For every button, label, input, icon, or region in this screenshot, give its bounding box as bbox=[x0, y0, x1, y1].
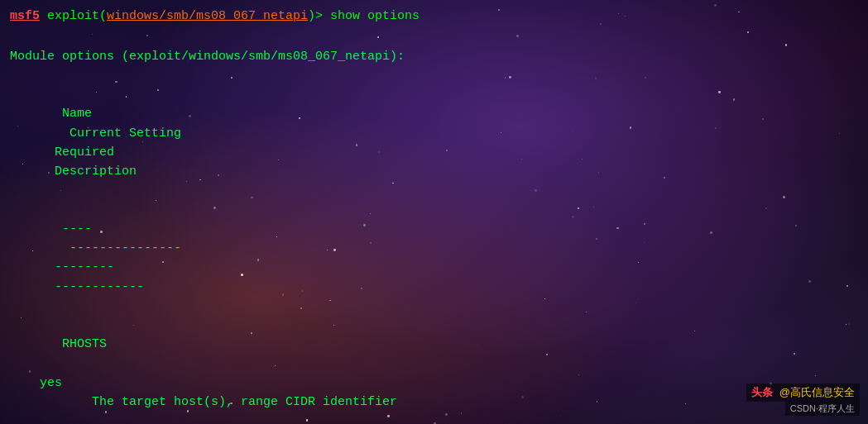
rhosts-setting bbox=[40, 357, 204, 371]
watermark-handle: @高氏信息安全 bbox=[779, 386, 855, 398]
watermark-source: CSDN·程序人生 bbox=[785, 402, 860, 416]
spacer-1 bbox=[10, 27, 858, 46]
prompt-line: msf5 exploit( windows/smb/ms08_067_netap… bbox=[10, 7, 858, 26]
col-description-header: Description bbox=[40, 164, 137, 179]
exploit-keyword: exploit( bbox=[40, 7, 107, 26]
col-name-header: Name bbox=[40, 107, 92, 121]
module-options-header: Module options (exploit/windows/smb/ms08… bbox=[10, 47, 858, 66]
terminal-window: msf5 exploit( windows/smb/ms08_067_netap… bbox=[0, 0, 868, 424]
exploit-close: ) bbox=[308, 7, 315, 26]
watermark-platform: 头条 bbox=[751, 386, 773, 398]
msf-label: msf5 bbox=[10, 7, 40, 26]
table-header: Name Current Setting Required Descriptio… bbox=[10, 85, 858, 201]
table-dashes: ---- --------------- -------- ----------… bbox=[10, 201, 858, 317]
rhosts-name: RHOSTS bbox=[40, 337, 107, 351]
watermark-top: 头条 @高氏信息安全 bbox=[746, 384, 860, 402]
exploit-path: windows/smb/ms08_067_netapi bbox=[107, 7, 308, 26]
rhosts-description: The target host(s), range CIDR identifie… bbox=[40, 395, 397, 409]
table-row-rhosts: RHOSTS yes The target host(s), range CID… bbox=[10, 316, 858, 424]
spacer-2 bbox=[10, 66, 858, 85]
col-setting-dash: --------------- bbox=[40, 241, 181, 255]
col-required-dash: -------- bbox=[40, 260, 114, 274]
col-required-header: Required bbox=[40, 145, 114, 160]
col-name-dash: ---- bbox=[40, 222, 92, 236]
watermark: 头条 @高氏信息安全 CSDN·程序人生 bbox=[746, 384, 860, 416]
rhosts-required: yes bbox=[40, 376, 62, 390]
col-setting-header: Current Setting bbox=[40, 126, 181, 141]
col-description-dash: ------------ bbox=[40, 280, 144, 294]
show-options-cmd: > show options bbox=[315, 7, 420, 26]
